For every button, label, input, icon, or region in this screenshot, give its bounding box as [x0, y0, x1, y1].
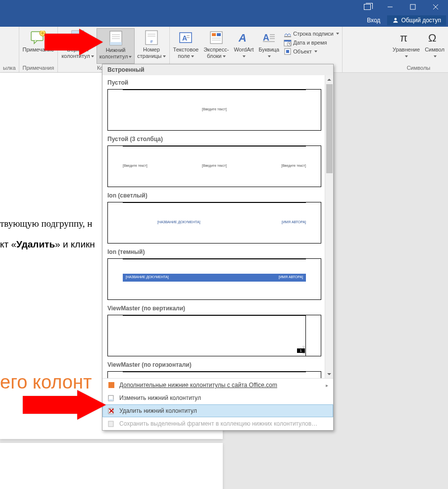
page-number-button[interactable]: # Номерстраницы	[135, 28, 168, 64]
symbol-icon: Ω	[427, 30, 443, 46]
svg-text:A: A	[182, 34, 187, 42]
auth-bar: Вход Общий доступ	[0, 14, 448, 27]
gallery-item-label: ViewMaster (по вертикали)	[107, 301, 321, 315]
edit-footer-action[interactable]: Изменить нижний колонтитул	[102, 391, 333, 404]
svg-text:π: π	[400, 32, 407, 44]
gallery-footer: Дополнительные нижние колонтитулы с сайт…	[102, 378, 333, 430]
share-icon	[392, 17, 399, 24]
text-extras: Строка подписи Дата и время Объект	[282, 28, 341, 64]
svg-rect-48	[108, 382, 114, 388]
gallery-item-label: ViewMaster (по горизонтали)	[107, 357, 321, 371]
save-selection-action: Сохранить выделенный фрагмент в коллекци…	[102, 417, 333, 430]
svg-text:Ω: Ω	[428, 32, 436, 44]
svg-rect-28	[212, 33, 216, 36]
svg-rect-54	[108, 421, 113, 427]
date-time-button[interactable]: Дата и время	[284, 38, 339, 47]
equation-button[interactable]: π Уравнение	[390, 28, 422, 64]
equation-icon: π	[398, 30, 414, 46]
object-button[interactable]: Объект	[284, 47, 339, 56]
calendar-icon	[284, 39, 292, 47]
svg-rect-1	[410, 4, 415, 9]
scroll-up-icon[interactable]	[325, 75, 333, 84]
page-number-icon: #	[144, 30, 159, 46]
signature-icon	[284, 30, 292, 38]
svg-rect-29	[217, 33, 221, 36]
object-icon	[284, 48, 292, 55]
remove-icon	[107, 407, 115, 415]
gallery-item-viewmaster-vert[interactable]: [Дата] 1	[107, 315, 321, 356]
gallery-item-label: Пустой	[107, 75, 321, 89]
quick-parts-icon	[208, 30, 224, 46]
dropcap-icon: A	[261, 30, 277, 46]
svg-marker-56	[23, 390, 106, 420]
annotation-arrow-bottom	[23, 390, 107, 422]
gallery-item-label: Ion (темный)	[107, 244, 321, 258]
page-next	[0, 443, 223, 489]
office-icon	[107, 381, 115, 389]
sign-in-link[interactable]: Вход	[364, 17, 383, 24]
comment-icon	[30, 30, 46, 46]
minimize-button[interactable]	[379, 0, 401, 14]
textbox-button[interactable]: A Текстовоеполе	[171, 28, 201, 64]
dropcap-button[interactable]: A Буквица	[256, 28, 282, 64]
scroll-thumb[interactable]	[326, 84, 333, 173]
gallery-item-ion-light[interactable]: [НАЗВАНИЕ ДОКУМЕНТА] [ИМЯ АВТОРА]	[107, 202, 321, 244]
signature-line-button[interactable]: Строка подписи	[284, 29, 339, 38]
ribbon-display-options-icon[interactable]	[356, 0, 379, 14]
svg-rect-40	[284, 40, 291, 42]
more-from-office-link[interactable]: Дополнительные нижние колонтитулы с сайт…	[102, 379, 333, 391]
svg-point-4	[395, 18, 397, 20]
title-bar	[0, 0, 448, 14]
svg-rect-50	[108, 399, 113, 401]
svg-text:#: #	[150, 39, 152, 44]
svg-text:A: A	[238, 32, 247, 44]
edit-icon	[107, 394, 115, 402]
textbox-icon: A	[178, 30, 194, 46]
ribbon-group-symbols: π Уравнение Ω Символ Символы	[389, 27, 448, 72]
share-button[interactable]: Общий доступ	[387, 15, 446, 25]
quick-parts-button[interactable]: Экспресс-блоки	[201, 28, 231, 64]
scroll-down-icon[interactable]	[325, 370, 333, 378]
gallery-item-label: Ion (светлый)	[107, 188, 321, 202]
annotation-arrow-top	[45, 29, 104, 58]
wordart-icon: A	[236, 30, 251, 46]
symbol-button[interactable]: Ω Символ	[422, 28, 447, 64]
gallery-section-header: Встроенный	[102, 64, 333, 75]
save-icon	[107, 420, 115, 428]
svg-marker-55	[45, 29, 103, 55]
gallery-item-blank-3col[interactable]: [Введите текст] [Введите текст] [Введите…	[107, 146, 321, 187]
gallery-item-blank[interactable]: [Введите текст]	[107, 89, 321, 131]
close-button[interactable]	[424, 0, 447, 14]
wordart-button[interactable]: A WordArt	[231, 28, 256, 64]
svg-rect-15	[110, 42, 122, 45]
gallery-scrollbar[interactable]	[325, 75, 333, 378]
maximize-button[interactable]	[401, 0, 424, 14]
ribbon-fragment: ылка	[0, 27, 19, 72]
gallery-item-ion-dark[interactable]: [НАЗВАНИЕ ДОКУМЕНТА] [ИМЯ АВТОРА]	[107, 258, 321, 300]
gallery-item-label: Пустой (3 столбца)	[107, 132, 321, 146]
footer-gallery-dropdown: Встроенный Пустой [Введите текст] Пустой…	[102, 64, 334, 431]
remove-footer-action[interactable]: Удалить нижний колонтитул	[102, 404, 333, 417]
svg-rect-45	[286, 50, 289, 53]
gallery-item-viewmaster-horiz[interactable]: [Дата] 1	[107, 371, 321, 378]
footer-icon	[108, 30, 124, 46]
svg-text:A: A	[263, 33, 269, 43]
